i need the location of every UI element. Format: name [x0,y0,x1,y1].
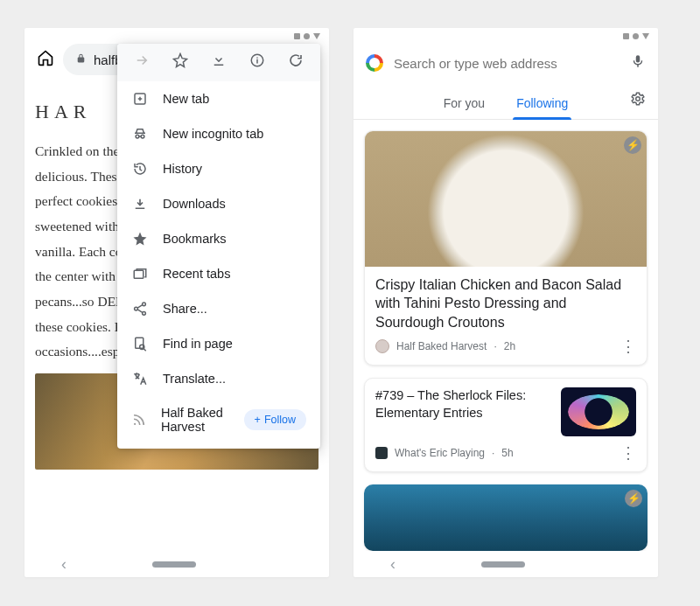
feed-card[interactable]: ⚡ [364,484,648,551]
history-icon [131,161,149,177]
lock-icon [75,52,87,66]
status-icon [304,33,310,39]
amp-icon: ⚡ [624,136,641,154]
feed-tabs: For you Following [354,87,658,120]
feed-card-image: ⚡ [365,131,647,267]
plus-icon: + [255,414,261,426]
more-icon[interactable]: ⋮ [620,337,636,356]
bookmarks-icon [131,231,149,247]
google-logo-icon [366,54,383,72]
amp-icon: ⚡ [625,490,642,507]
source-name: What's Eric Playing [395,447,485,459]
menu-item-incognito[interactable]: New incognito tab [117,116,320,151]
svg-point-3 [141,135,144,138]
more-icon[interactable]: ⋮ [620,443,636,463]
menu-item-translate[interactable]: Translate... [117,361,320,396]
menu-item-follow-site[interactable]: Half Baked Harvest + Follow [117,396,320,443]
share-icon [131,301,149,317]
menu-item-label: Share... [163,302,207,316]
menu-item-label: Downloads [163,197,226,211]
home-pill[interactable] [481,561,525,568]
mic-icon[interactable] [630,53,646,73]
star-icon[interactable] [168,52,192,73]
menu-item-find-in-page[interactable]: Find in page [117,326,320,361]
recent-tabs-icon [131,266,149,282]
feed-card-title: #739 – The Sherlock Files: Elementary En… [375,387,552,436]
menu-item-label: New incognito tab [163,127,263,141]
tab-for-you[interactable]: For you [444,93,485,119]
incognito-icon [131,126,149,142]
menu-item-label: History [163,162,202,176]
translate-icon [131,371,149,387]
menu-item-label: Find in page [163,337,233,351]
download-icon[interactable] [206,52,231,73]
tab-following[interactable]: Following [516,93,568,119]
downloads-icon [131,196,149,212]
svg-point-2 [136,135,139,138]
menu-item-history[interactable]: History [117,151,320,186]
menu-item-label: Translate... [163,372,226,386]
home-pill[interactable] [152,561,196,568]
status-icon [623,33,629,39]
status-icon [633,33,639,39]
follow-label: Follow [264,414,296,426]
menu-item-bookmarks[interactable]: Bookmarks [117,221,320,256]
source-avatar-icon [375,339,389,353]
menu-item-downloads[interactable]: Downloads [117,186,320,221]
svg-point-10 [134,423,136,425]
follow-button[interactable]: + Follow [244,409,306,430]
rss-icon [131,412,147,428]
status-bar [354,28,658,44]
svg-point-5 [143,303,146,306]
svg-rect-4 [134,270,144,278]
search-input[interactable] [394,56,620,71]
svg-point-11 [636,97,640,101]
overflow-menu-toolbar [117,44,320,81]
info-icon[interactable] [245,52,270,73]
menu-item-share[interactable]: Share... [117,291,320,326]
feed-card[interactable]: ⚡ Crispy Italian Chicken and Bacon Salad… [364,130,648,366]
status-bar [24,28,329,44]
find-icon [131,336,149,352]
back-icon[interactable]: ‹ [61,555,66,574]
back-icon[interactable]: ‹ [390,555,396,574]
status-icon [313,33,320,39]
status-icon [642,33,649,39]
gear-icon[interactable] [630,91,646,110]
menu-item-label: Recent tabs [163,267,230,281]
dot: · [494,340,496,352]
reload-icon[interactable] [284,52,308,73]
search-bar [354,44,658,87]
source-name: Half Baked Harvest [396,340,486,352]
menu-item-label: New tab [163,92,209,106]
svg-point-6 [135,307,138,310]
overflow-menu: New tab New incognito tab History Downlo… [117,44,320,449]
menu-item-new-tab[interactable]: New tab [117,81,320,116]
phone-left: halfba — HALF HAR Crinkled on the edges,… [24,28,329,577]
menu-item-label: Half Baked Harvest [161,406,230,434]
feed-card-meta: Half Baked Harvest · 2h ⋮ [365,337,647,365]
menu-item-recent-tabs[interactable]: Recent tabs [117,256,320,291]
source-avatar-icon [375,447,388,459]
dot: · [492,447,494,459]
feed-card[interactable]: #739 – The Sherlock Files: Elementary En… [364,378,648,472]
phone-right: For you Following ⚡ Crispy Italian Chick… [354,28,658,577]
svg-point-7 [143,311,146,315]
forward-icon[interactable] [130,52,154,73]
time-ago: 2h [504,340,515,352]
feed-card-image [561,387,636,436]
feed: ⚡ Crispy Italian Chicken and Bacon Salad… [354,120,658,551]
status-icon [294,33,300,39]
feed-card-title: Crispy Italian Chicken and Bacon Salad w… [365,267,647,338]
feed-card-meta: What's Eric Playing · 5h ⋮ [375,443,636,463]
system-nav-bar: ‹ [24,551,329,577]
time-ago: 5h [501,447,513,459]
menu-item-label: Bookmarks [163,232,227,246]
home-icon[interactable] [37,49,54,71]
system-nav-bar: ‹ [354,551,658,577]
new-tab-icon [131,91,149,107]
